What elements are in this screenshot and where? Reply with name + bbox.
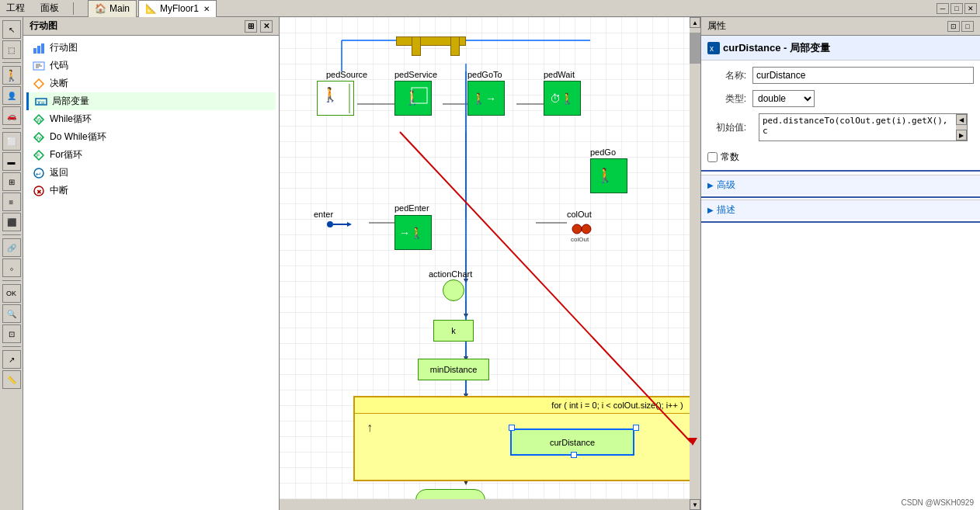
svg-text:F: F	[36, 153, 40, 158]
ped-goto-block[interactable]: 🚶→	[467, 81, 505, 116]
tool-group[interactable]: ⊡	[2, 324, 21, 343]
canvas-scrollbar[interactable]: ▲ ▼	[690, 17, 700, 510]
action-panel-grid[interactable]: ⊞	[245, 20, 257, 33]
panel-area: 行动图 ⊞ ✕ 行动图	[23, 17, 980, 510]
action-item-variable-label: 局部变量	[52, 95, 89, 108]
canvas-hscrollbar[interactable]	[280, 499, 690, 510]
action-item-decision[interactable]: 决断	[26, 75, 276, 92]
prop-description-section: ▶ 描述	[701, 199, 980, 220]
tool-agent[interactable]: 👤	[2, 86, 21, 105]
tool-flow[interactable]: ⬦	[2, 258, 21, 277]
ped-enter-block[interactable]: →🚶	[394, 215, 432, 250]
min-distance-label: minDistance	[430, 365, 478, 374]
svg-rect-1	[37, 46, 40, 54]
min-distance-box[interactable]: minDistance	[418, 359, 489, 380]
window-max[interactable]: □	[950, 3, 963, 14]
canvas-area[interactable]: pedSource 🚶 pedService 🚶 pedGoTo 🚶→	[280, 17, 700, 510]
ped-wait-block[interactable]: ⏱🚶	[544, 81, 581, 116]
tool-wall[interactable]: ▬	[2, 152, 21, 171]
window-close[interactable]: ✕	[964, 3, 977, 14]
prop-constant-checkbox[interactable]	[707, 152, 718, 162]
tool-measure[interactable]: 📏	[2, 370, 21, 389]
connect-left	[509, 425, 515, 431]
action-item-code-label: 代码	[50, 59, 68, 72]
action-list: 行动图 代码 决断	[23, 36, 279, 510]
prop-panel-btn1[interactable]: ⊡	[947, 21, 960, 32]
scroll-bot-btn[interactable]: ▼	[690, 499, 700, 510]
menu-panel[interactable]: 面板	[37, 0, 62, 16]
action-panel-close[interactable]: ✕	[260, 20, 273, 33]
for-loop-container[interactable]: for ( int i = 0; i < colOut.size(); i++ …	[353, 396, 700, 481]
tool-route[interactable]: ↗	[2, 350, 21, 369]
tab-main[interactable]: 🏠 Main	[88, 0, 137, 17]
action-item-for[interactable]: F For循环	[26, 146, 276, 164]
scroll-top-btn[interactable]: ▲	[690, 17, 700, 28]
tool-select[interactable]: ⬚	[2, 40, 21, 59]
tab-myfloor1[interactable]: 📐 MyFloor1 ✕	[138, 0, 217, 17]
tool-zoom[interactable]: 🔍	[2, 304, 21, 323]
tool-car[interactable]: 🚗	[2, 106, 21, 125]
tool-separator-5	[2, 346, 21, 347]
prop-initial-scrollbar[interactable]: ◀ ▶	[956, 114, 967, 141]
col-out-block[interactable]: colOut	[567, 217, 602, 245]
tab-myfloor1-close[interactable]: ✕	[203, 5, 210, 13]
variable-icon: x=	[35, 95, 47, 108]
tool-cursor[interactable]: ↖	[2, 20, 21, 39]
for-loop-header: for ( int i = 0; i < colOut.size(); i++ …	[355, 397, 700, 414]
prop-type-select[interactable]: double int String boolean	[752, 90, 815, 107]
action-item-return[interactable]: ↩ 返回	[26, 164, 276, 182]
action-item-return-label: 返回	[50, 166, 68, 179]
svg-text:🚶: 🚶	[404, 89, 422, 106]
ped-service-block[interactable]: 🚶	[394, 81, 432, 116]
window-min[interactable]: ─	[937, 3, 949, 14]
svg-text:🚶→: 🚶→	[472, 92, 496, 106]
scroll-thumb[interactable]	[690, 33, 700, 64]
scroll-left-btn[interactable]: ◀	[956, 114, 967, 125]
prop-initial-container: ◀ ▶	[759, 113, 968, 141]
tool-area[interactable]: ⬛	[2, 213, 21, 231]
action-chart-circle[interactable]	[443, 279, 464, 301]
tool-stair[interactable]: ⊞	[2, 172, 21, 191]
action-item-dowhile[interactable]: DW Do While循环	[26, 128, 276, 146]
action-item-while-label: While循环	[50, 113, 92, 126]
properties-panel: 属性 ⊡ □ x curDistance - 局部变量	[700, 17, 980, 510]
code-icon	[33, 60, 45, 72]
prop-panel-btn2[interactable]: □	[961, 21, 974, 32]
ped-source-block[interactable]: 🚶	[317, 81, 354, 116]
action-item-code[interactable]: 代码	[26, 57, 276, 75]
enter-arrow-block[interactable]	[326, 215, 353, 234]
cur-distance-label: curDistance	[550, 438, 595, 447]
ped-go-block[interactable]: 🚶	[590, 158, 627, 193]
svg-text:🚶: 🚶	[321, 86, 339, 103]
tool-ok[interactable]: OK	[2, 284, 21, 303]
svg-text:↩: ↩	[36, 171, 41, 178]
prop-form: 名称: 类型: double int String boolean	[701, 61, 980, 147]
scroll-right-btn[interactable]: ▶	[956, 130, 967, 141]
prop-name-input[interactable]	[752, 67, 974, 84]
action-item-break[interactable]: ✖ 中断	[26, 182, 276, 199]
blue-divider-3	[701, 221, 980, 223]
prop-panel-header: 属性 ⊡ □	[701, 17, 980, 36]
tool-escalator[interactable]: ≡	[2, 193, 21, 211]
prop-main-title: curDistance - 局部变量	[723, 41, 830, 55]
tool-link[interactable]: 🔗	[2, 238, 21, 257]
action-item-while[interactable]: W While循环	[26, 110, 276, 128]
chart-icon	[33, 42, 45, 54]
tab-myfloor1-label: MyFloor1	[160, 3, 199, 14]
decision-icon	[33, 78, 45, 90]
tool-barrier[interactable]: ⬜	[2, 132, 21, 151]
svg-point-59	[582, 224, 591, 234]
k-box[interactable]: k	[433, 320, 474, 342]
prop-advanced-header[interactable]: ▶ 高级	[701, 175, 980, 195]
svg-text:DW: DW	[35, 136, 43, 141]
action-item-chart[interactable]: 行动图	[26, 39, 276, 57]
prop-initial-textarea[interactable]	[759, 114, 956, 141]
prop-description-header[interactable]: ▶ 描述	[701, 200, 980, 220]
action-item-variable[interactable]: x= 局部变量	[26, 92, 276, 110]
prop-type-label: 类型:	[707, 92, 746, 106]
advanced-arrow-icon: ▶	[707, 181, 714, 189]
menu-project[interactable]: 工程	[3, 0, 28, 16]
tool-pedestrian[interactable]: 🚶	[2, 66, 21, 85]
tool-separator-4	[2, 280, 21, 281]
ped-service-label: pedService	[394, 70, 437, 79]
